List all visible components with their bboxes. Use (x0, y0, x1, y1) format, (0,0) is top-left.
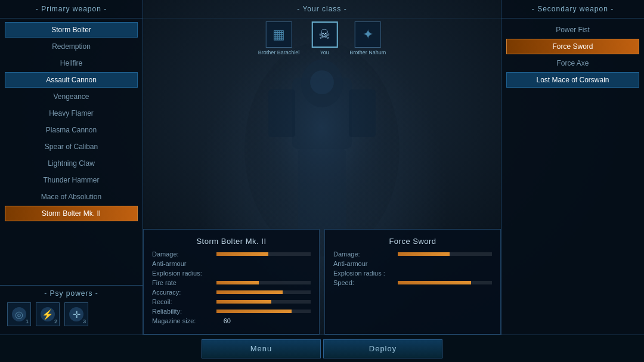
primary-weapon-item[interactable]: Vengeance (5, 89, 138, 104)
primary-weapon-header: - Primary weapon - (0, 0, 143, 18)
stat-value: 60 (216, 317, 231, 324)
stat-row: Recoil: (152, 298, 311, 305)
bottom-bar: Menu Deploy (0, 335, 644, 362)
stat-label: Anti-armour (152, 260, 212, 267)
class-icon-box: ☠ (311, 21, 338, 48)
stat-label: Damage: (152, 250, 212, 258)
primary-weapon-list: Storm BolterRedemptionHellfireAssault Ca… (0, 18, 143, 285)
stat-bar-container (216, 290, 311, 294)
class-icons-row: ▦Brother Barachiel☠You✦Brother Nahum (258, 17, 386, 60)
secondary-weapon-list: Power FistForce SwordForce AxeLost Mace … (501, 18, 644, 330)
stat-bar-container (216, 281, 311, 284)
secondary-weapon-item[interactable]: Lost Mace of Corswain (506, 72, 639, 88)
primary-weapon-item[interactable]: Redemption (5, 39, 138, 54)
stat-bar (216, 290, 283, 294)
stat-bar-container (398, 252, 492, 256)
psy-icon[interactable]: ✛3 (64, 302, 88, 326)
stat-bar (216, 300, 271, 304)
secondary-stats-panel: Force Sword Damage:Anti-armourExplosion … (324, 229, 501, 335)
secondary-weapon-item[interactable]: Power Fist (506, 22, 639, 38)
primary-weapon-item[interactable]: Hellfire (5, 55, 138, 71)
stat-label: Explosion radius : (333, 270, 393, 277)
stat-row: Explosion radius : (333, 270, 492, 277)
primary-weapon-item[interactable]: Assault Cannon (5, 72, 138, 88)
stat-bar (216, 281, 259, 284)
stat-bar-container (216, 300, 311, 304)
stat-bar (398, 281, 471, 284)
primary-weapon-item[interactable]: Lightning Claw (5, 156, 138, 171)
primary-weapon-item[interactable]: Plasma Cannon (5, 122, 138, 138)
stat-label: Speed: (333, 279, 393, 286)
psy-section: - Psy powers - ◎1⚡2✛3 (0, 285, 143, 330)
psy-header: - Psy powers - (5, 289, 138, 298)
stat-label: Accuracy: (152, 289, 212, 296)
class-icon-item: ▦Brother Barachiel (258, 21, 300, 55)
stat-bar (216, 252, 268, 256)
deploy-button[interactable]: Deploy (323, 339, 442, 358)
stats-area: Storm Bolter Mk. II Damage:Anti-armourEx… (143, 229, 501, 335)
stat-label: Reliability: (152, 308, 212, 315)
primary-stats-title: Storm Bolter Mk. II (152, 237, 311, 246)
stat-label: Explosion radius: (152, 270, 212, 277)
stat-row: Anti-armour (152, 260, 311, 267)
stat-row: Damage: (333, 250, 492, 258)
primary-weapon-item[interactable]: Heavy Flamer (5, 106, 138, 121)
stat-bar (216, 310, 292, 313)
left-panel: - Primary weapon - Storm BolterRedemptio… (0, 0, 143, 335)
stat-row: Damage: (152, 250, 311, 258)
secondary-weapon-header: - Secondary weapon - (501, 0, 644, 18)
primary-stats-rows: Damage:Anti-armourExplosion radius:Fire … (152, 250, 311, 324)
stat-row: Magazine size:60 (152, 317, 311, 324)
stat-label: Magazine size: (152, 317, 212, 324)
secondary-stats-rows: Damage:Anti-armourExplosion radius :Spee… (333, 250, 492, 286)
right-panel: - Secondary weapon - Power FistForce Swo… (501, 0, 644, 335)
primary-stats-panel: Storm Bolter Mk. II Damage:Anti-armourEx… (143, 229, 320, 335)
stat-bar (398, 252, 450, 256)
stat-bar-container (216, 252, 311, 256)
psy-icon[interactable]: ⚡2 (36, 302, 60, 326)
stat-label: Fire rate (152, 279, 212, 286)
class-icon-label: You (320, 49, 329, 55)
center-panel: - Your class - ▦Brother Barachiel☠You✦Br… (143, 0, 501, 335)
primary-weapon-item[interactable]: Spear of Caliban (5, 139, 138, 154)
stat-bar-container (216, 310, 311, 313)
primary-weapon-item[interactable]: Thunder Hammer (5, 172, 138, 188)
psy-icon[interactable]: ◎1 (7, 302, 31, 326)
stat-label: Damage: (333, 250, 393, 258)
class-icon-item: ☠You (311, 21, 338, 55)
primary-weapon-item[interactable]: Storm Bolter (5, 22, 138, 38)
stat-row: Explosion radius: (152, 270, 311, 277)
stat-label: Anti-armour (333, 260, 393, 267)
stat-row: Fire rate (152, 279, 311, 286)
class-header: - Your class - (143, 0, 501, 18)
class-icon-box: ✦ (355, 21, 381, 48)
primary-weapon-item[interactable]: Storm Bolter Mk. II (5, 206, 138, 221)
psy-icons-row: ◎1⚡2✛3 (5, 302, 138, 326)
secondary-weapon-item[interactable]: Force Axe (506, 55, 639, 71)
stat-row: Anti-armour (333, 260, 492, 267)
class-icon-item: ✦Brother Nahum (349, 21, 386, 55)
class-icon-label: Brother Barachiel (258, 49, 300, 55)
stat-label: Recoil: (152, 298, 212, 305)
secondary-weapon-item[interactable]: Force Sword (506, 39, 639, 54)
secondary-stats-title: Force Sword (333, 237, 492, 246)
class-icon-box: ▦ (265, 21, 292, 48)
stat-row: Speed: (333, 279, 492, 286)
stat-row: Reliability: (152, 308, 311, 315)
stat-row: Accuracy: (152, 289, 311, 296)
primary-weapon-item[interactable]: Mace of Absolution (5, 189, 138, 205)
stat-bar-container (398, 281, 492, 284)
menu-button[interactable]: Menu (202, 339, 321, 358)
class-icon-label: Brother Nahum (349, 49, 386, 55)
